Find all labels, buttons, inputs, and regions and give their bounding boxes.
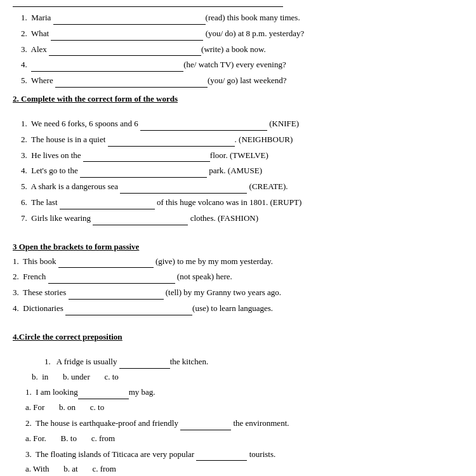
section2: 2. Complete with the correct form of the… xyxy=(13,94,463,225)
list-item: 1. This book (give) to me by my mom yest… xyxy=(13,255,463,268)
list-item-options: a. For. B. to c. from xyxy=(25,432,463,446)
list-item: 2. The house is earthquake-proof and fri… xyxy=(25,416,463,430)
list-item: 3. Alex (write) a book now. xyxy=(13,43,463,56)
list-item: 7. Girls like wearing clothes. (FASHION) xyxy=(13,211,463,225)
blank-field[interactable] xyxy=(48,270,175,284)
list-item-options: a. For b. on c. to xyxy=(25,401,463,414)
section2-title: 2. Complete with the correct form of the… xyxy=(13,94,463,104)
blank-field[interactable] xyxy=(60,195,155,209)
list-item: 3. These stories (tell) by my Granny two… xyxy=(13,286,463,300)
blank-field[interactable] xyxy=(108,133,235,147)
list-item: 4. Let's go to the park. (AMUSE) xyxy=(13,164,463,178)
blank-field[interactable] xyxy=(140,117,267,131)
list-item: 4. (he/ watch TV) every evening? xyxy=(13,58,463,72)
blank-field[interactable] xyxy=(180,416,231,430)
blank-field[interactable] xyxy=(196,447,247,461)
list-item: 1. A fridge is usually the kitchen. xyxy=(44,355,463,369)
blank-field[interactable] xyxy=(51,27,203,41)
blank-field[interactable] xyxy=(80,164,207,178)
list-item: 2. The house is in a quiet . (NEIGHBOUR) xyxy=(13,133,463,147)
list-item: 4. Dictionaries (use) to learn languages… xyxy=(13,301,463,315)
blank-field[interactable] xyxy=(65,301,192,315)
blank-field[interactable] xyxy=(78,385,129,399)
section4-title: 4.Circle the correct preposition xyxy=(13,332,463,342)
list-item: 3. The floating islands of Titicaca are … xyxy=(25,447,463,461)
list-item: 5. A shark is a dangerous sea (CREATE). xyxy=(13,180,463,194)
blank-field[interactable] xyxy=(69,286,164,300)
blank-field[interactable] xyxy=(119,355,170,369)
list-item: 5. Where (you/ go) last weekend? xyxy=(13,74,463,88)
section4-title-underline: 4.Circle the correct preposition xyxy=(13,332,122,341)
blank-field[interactable] xyxy=(93,211,188,225)
blank-field[interactable] xyxy=(120,180,247,194)
blank-field[interactable] xyxy=(58,255,154,268)
list-item: 3. He lives on the floor. (TWELVE) xyxy=(13,149,463,162)
list-item: 2. What (you/ do) at 8 p.m. yesterday? xyxy=(13,27,463,41)
list-item-options: b. in b. under c. to xyxy=(32,371,463,384)
blank-field[interactable] xyxy=(31,58,183,72)
list-item: 6. The last of this huge volcano was in … xyxy=(13,195,463,209)
list-item: 2. French (not speak) here. xyxy=(13,270,463,284)
blank-field[interactable] xyxy=(49,43,201,56)
list-item: 1. We need 6 forks, 6 spoons and 6 (KNIF… xyxy=(13,117,463,131)
list-item: 1. I am looking my bag. xyxy=(25,385,463,399)
blank-field[interactable] xyxy=(55,74,208,88)
list-item: 1. Maria (read) this book many times. xyxy=(13,11,463,25)
top-divider xyxy=(13,6,283,7)
list-item-options: a. With b. at c. from xyxy=(25,463,463,476)
section4: 4.Circle the correct preposition 1. A fr… xyxy=(13,322,463,476)
section3-title: 3 Open the brackets to form passive xyxy=(13,242,463,252)
blank-field[interactable] xyxy=(53,11,206,25)
blank-field[interactable] xyxy=(83,149,210,162)
section3: 3 Open the brackets to form passive 1. T… xyxy=(13,232,463,315)
section1: 1. Maria (read) this book many times. 2.… xyxy=(13,11,463,88)
